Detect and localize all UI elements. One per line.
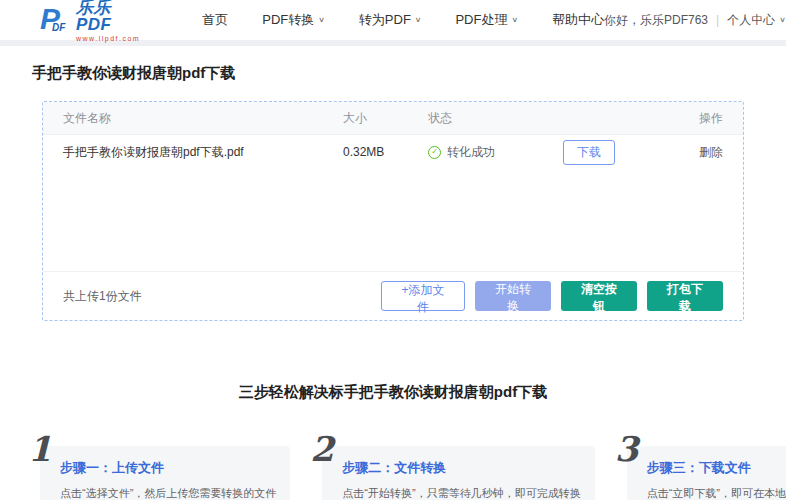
step-title: 步骤三：下载文件 xyxy=(647,459,786,477)
step-card-3: 3 步骤三：下载文件 点击“立即下载”，即可在本地打开转换完成的文档 xyxy=(627,446,786,500)
steps-section: 三步轻松解决标手把手教你读财报唐朝pdf下载 1 步骤一：上传文件 点击“选择文… xyxy=(0,345,786,500)
row-actions: 下载 删除 xyxy=(563,140,723,165)
nav-item-home[interactable]: 首页 xyxy=(202,11,228,29)
user-center-link[interactable]: 个人中心 ∨ xyxy=(727,12,786,29)
step-number: 3 xyxy=(615,429,639,469)
step-description: 点击“开始转换”，只需等待几秒钟，即可完成转换 xyxy=(342,486,580,500)
site-logo[interactable]: P DF 乐乐PDF www.llpdf.com xyxy=(40,0,142,42)
nav-item-help-center[interactable]: 帮助中心 xyxy=(552,11,604,29)
divider: | xyxy=(716,13,719,27)
main-nav: 首页 PDF转换 ∨ 转为PDF ∨ PDF处理 ∨ 帮助中心 xyxy=(202,11,604,29)
table-footer: 共上传1份文件 +添加文件 开始转换 清空按钮 打包下载 xyxy=(43,271,743,320)
logo-p-icon: P DF xyxy=(40,5,72,35)
nav-label: 转为PDF xyxy=(359,11,411,29)
nav-item-pdf-convert[interactable]: PDF转换 ∨ xyxy=(262,11,325,29)
logo-site-url: www.llpdf.com xyxy=(76,35,142,42)
step-description: 点击“选择文件”，然后上传您需要转换的文件 xyxy=(60,486,276,500)
steps-section-title: 三步轻松解决标手把手教你读财报唐朝pdf下载 xyxy=(0,383,786,402)
step-number: 1 xyxy=(28,429,52,469)
step-description: 点击“立即下载”，即可在本地打开转换完成的文档 xyxy=(647,486,786,500)
column-header-filename: 文件名称 xyxy=(63,110,343,127)
column-header-size: 大小 xyxy=(343,110,428,127)
nav-item-pdf-process[interactable]: PDF处理 ∨ xyxy=(455,11,518,29)
chevron-down-icon: ∨ xyxy=(318,16,325,24)
nav-item-to-pdf[interactable]: 转为PDF ∨ xyxy=(359,11,422,29)
table-empty-area xyxy=(43,169,743,271)
user-greeting: 你好，乐乐PDF763 xyxy=(604,12,708,29)
file-name: 手把手教你读财报唐朝pdf下载.pdf xyxy=(63,144,343,161)
top-navbar: P DF 乐乐PDF www.llpdf.com 首页 PDF转换 ∨ 转为PD… xyxy=(0,0,786,40)
success-check-icon: ✓ xyxy=(428,146,441,159)
logo-df-letters: DF xyxy=(52,22,65,33)
file-status: ✓ 转化成功 xyxy=(428,144,563,161)
nav-label: PDF处理 xyxy=(455,11,507,29)
page-title: 手把手教你读财报唐朝pdf下载 xyxy=(30,64,756,83)
download-button[interactable]: 下载 xyxy=(563,140,615,165)
table-row: 手把手教你读财报唐朝pdf下载.pdf 0.32MB ✓ 转化成功 下载 删除 xyxy=(43,135,743,169)
user-center-label: 个人中心 xyxy=(727,12,775,29)
step-card-1: 1 步骤一：上传文件 点击“选择文件”，然后上传您需要转换的文件 xyxy=(40,446,290,500)
start-convert-button[interactable]: 开始转换 xyxy=(475,281,551,311)
package-download-button[interactable]: 打包下载 xyxy=(647,281,723,311)
delete-link[interactable]: 删除 xyxy=(699,144,723,161)
step-title: 步骤二：文件转换 xyxy=(342,459,580,477)
nav-label: 首页 xyxy=(202,11,228,29)
add-file-button[interactable]: +添加文件 xyxy=(381,281,465,311)
status-text: 转化成功 xyxy=(447,144,495,161)
column-header-action: 操作 xyxy=(563,110,723,127)
nav-label: PDF转换 xyxy=(262,11,314,29)
main-content: 手把手教你读财报唐朝pdf下载 文件名称 大小 状态 操作 手把手教你读财报唐朝… xyxy=(0,46,786,345)
upload-summary: 共上传1份文件 xyxy=(63,288,142,305)
column-header-status: 状态 xyxy=(428,110,563,127)
file-upload-box: 文件名称 大小 状态 操作 手把手教你读财报唐朝pdf下载.pdf 0.32MB… xyxy=(42,101,744,321)
nav-label: 帮助中心 xyxy=(552,11,604,29)
step-card-2: 2 步骤二：文件转换 点击“开始转换”，只需等待几秒钟，即可完成转换 xyxy=(322,446,594,500)
logo-brand-name: 乐乐PDF xyxy=(76,0,142,33)
table-header: 文件名称 大小 状态 操作 xyxy=(43,102,743,135)
step-title: 步骤一：上传文件 xyxy=(60,459,276,477)
chevron-down-icon: ∨ xyxy=(779,16,786,24)
chevron-down-icon: ∨ xyxy=(415,16,422,24)
step-number: 2 xyxy=(310,429,334,469)
user-area: 你好，乐乐PDF763 | 个人中心 ∨ | 退出 xyxy=(604,12,786,29)
file-size: 0.32MB xyxy=(343,145,428,159)
clear-button[interactable]: 清空按钮 xyxy=(561,281,637,311)
chevron-down-icon: ∨ xyxy=(511,16,518,24)
